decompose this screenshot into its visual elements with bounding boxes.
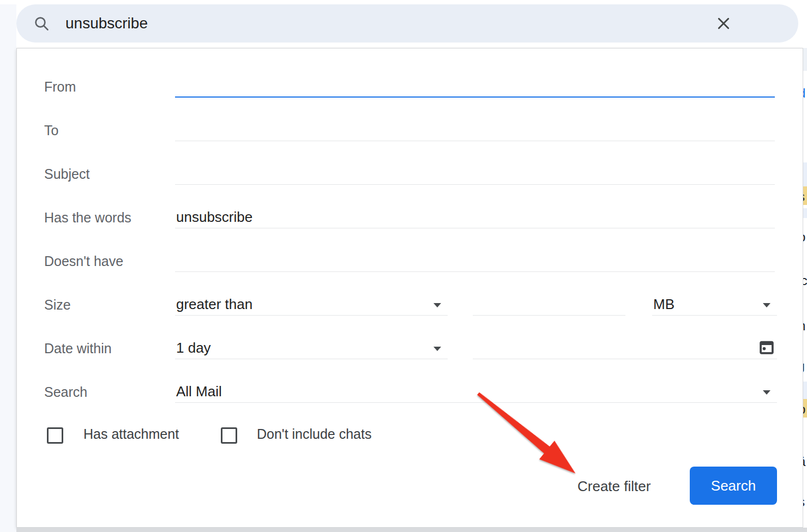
edge-fragment: o: [803, 230, 805, 244]
doesnt-have-input[interactable]: [175, 250, 775, 272]
edge-fragment: d: [803, 86, 805, 100]
edge-strip: dso'cnJoäs: [803, 0, 807, 532]
size-unit-value: MB: [652, 296, 674, 313]
search-button[interactable]: Search: [690, 467, 777, 505]
has-words-input[interactable]: [175, 207, 775, 228]
chevron-down-icon: [763, 390, 770, 395]
to-label: To: [44, 122, 58, 138]
date-within-value: 1 day: [175, 340, 211, 356]
chevron-down-icon: [433, 303, 441, 307]
to-input[interactable]: [175, 119, 775, 141]
edge-fragment: 'c: [803, 274, 807, 288]
subject-input[interactable]: [175, 163, 775, 185]
edge-fragment: ä: [803, 455, 805, 469]
search-scope-label: Search: [44, 384, 87, 400]
search-bar[interactable]: [16, 4, 798, 43]
page-bottom-bar: [16, 528, 807, 532]
from-label: From: [44, 78, 76, 95]
has-attachment-label: Has attachment: [83, 426, 179, 442]
edge-row-tint: [803, 208, 807, 218]
size-operator-value: greater than: [175, 296, 252, 313]
page-top-margin: [0, 0, 807, 4]
page-left-gutter: [0, 0, 16, 532]
size-label: Size: [44, 297, 71, 313]
search-scope-select[interactable]: All Mail: [175, 381, 777, 403]
edge-row-tint: [803, 162, 807, 189]
calendar-icon[interactable]: [757, 337, 776, 357]
size-operator-select[interactable]: greater than: [175, 294, 448, 316]
size-unit-select[interactable]: MB: [652, 294, 777, 316]
edge-fragment: J: [803, 361, 805, 376]
create-filter-button[interactable]: Create filter: [577, 478, 651, 495]
edge-fragment: o: [803, 402, 805, 416]
has-attachment-checkbox[interactable]: [47, 427, 63, 444]
size-amount-input[interactable]: [473, 294, 625, 316]
date-within-select[interactable]: 1 day: [175, 337, 448, 359]
edge-fragment: n: [803, 319, 805, 333]
chevron-down-icon: [763, 303, 770, 307]
subject-label: Subject: [44, 166, 89, 182]
has-words-label: Has the words: [44, 209, 131, 226]
edge-fragment: s: [803, 190, 805, 204]
date-within-label: Date within: [44, 340, 112, 356]
doesnt-have-label: Doesn't have: [44, 253, 123, 269]
dont-include-chats-label: Don't include chats: [257, 426, 371, 442]
advanced-search-panel: From To Subject Has the words Doesn't ha…: [16, 48, 803, 528]
edge-row-tint: [803, 48, 807, 71]
edge-row-tint: [803, 382, 807, 401]
search-icon[interactable]: [33, 15, 50, 32]
date-input[interactable]: [473, 337, 777, 359]
search-input[interactable]: [64, 14, 666, 33]
from-input[interactable]: [175, 76, 775, 98]
chevron-down-icon: [433, 347, 441, 351]
dont-include-chats-checkbox[interactable]: [221, 427, 237, 444]
edge-fragment: s: [803, 495, 805, 509]
close-icon[interactable]: [715, 15, 732, 32]
search-scope-value: All Mail: [175, 383, 222, 400]
